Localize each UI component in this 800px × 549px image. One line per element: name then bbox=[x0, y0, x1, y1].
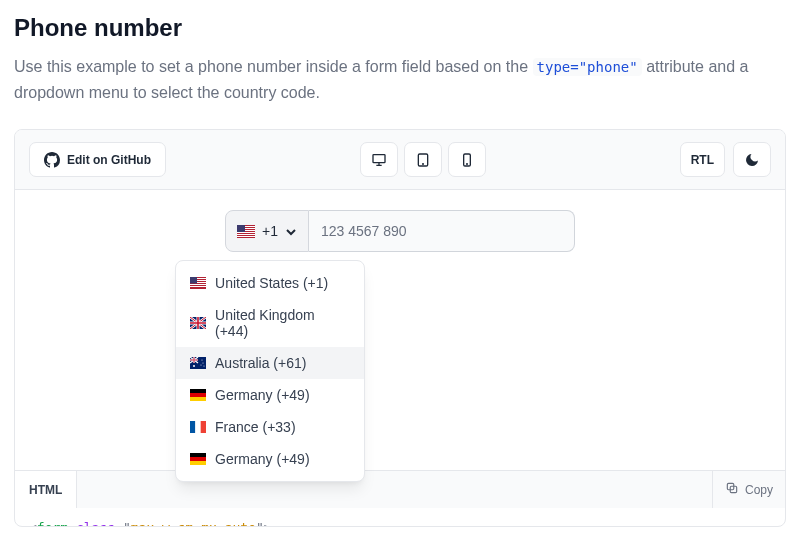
preview-area: +1 United States (+1) United Kin bbox=[15, 190, 785, 470]
example-panel: Edit on GitHub RTL bbox=[14, 129, 786, 527]
desc-prefix: Use this example to set a phone number i… bbox=[14, 58, 533, 75]
phone-input-group: +1 United States (+1) United Kin bbox=[225, 210, 575, 430]
phone-input[interactable] bbox=[309, 210, 575, 252]
code-tab-html[interactable]: HTML bbox=[15, 471, 77, 508]
svg-rect-31 bbox=[190, 421, 195, 433]
desktop-icon bbox=[371, 152, 387, 168]
country-option-au[interactable]: Australia (+61) bbox=[176, 347, 364, 379]
svg-rect-28 bbox=[190, 389, 206, 393]
tablet-viewport-button[interactable] bbox=[404, 142, 442, 177]
mobile-icon bbox=[459, 152, 475, 168]
svg-rect-12 bbox=[237, 225, 245, 232]
code-bar: HTML Copy bbox=[15, 470, 785, 508]
copy-label: Copy bbox=[745, 483, 773, 497]
svg-rect-32 bbox=[195, 421, 200, 433]
country-option-gb[interactable]: United Kingdom (+44) bbox=[176, 299, 364, 347]
svg-rect-10 bbox=[237, 234, 255, 235]
svg-rect-18 bbox=[190, 286, 206, 287]
flag-icon-gb bbox=[190, 317, 206, 329]
svg-rect-11 bbox=[237, 236, 255, 237]
rtl-label: RTL bbox=[691, 153, 714, 167]
svg-point-25 bbox=[203, 363, 204, 364]
country-option-de-2[interactable]: Germany (+49) bbox=[176, 443, 364, 475]
svg-rect-35 bbox=[190, 457, 206, 461]
flag-icon-us bbox=[190, 277, 206, 289]
svg-rect-36 bbox=[190, 461, 206, 465]
country-label: Australia (+61) bbox=[215, 355, 306, 371]
desktop-viewport-button[interactable] bbox=[360, 142, 398, 177]
svg-rect-0 bbox=[373, 154, 385, 162]
svg-point-24 bbox=[202, 360, 203, 361]
moon-icon bbox=[744, 152, 760, 168]
country-code-button[interactable]: +1 bbox=[225, 210, 309, 252]
svg-rect-30 bbox=[190, 397, 206, 401]
svg-rect-19 bbox=[190, 277, 197, 284]
copy-button[interactable]: Copy bbox=[712, 471, 785, 508]
code-preview: <form class="max-w-sm mx-auto"> bbox=[15, 508, 785, 526]
svg-point-27 bbox=[204, 366, 205, 367]
country-dropdown: United States (+1) United Kingdom (+44) … bbox=[175, 260, 365, 482]
flag-icon-us bbox=[237, 225, 255, 238]
svg-point-2 bbox=[422, 163, 423, 164]
country-label: France (+33) bbox=[215, 419, 296, 435]
country-option-us[interactable]: United States (+1) bbox=[176, 267, 364, 299]
svg-point-26 bbox=[201, 365, 202, 366]
country-label: Germany (+49) bbox=[215, 387, 310, 403]
github-label: Edit on GitHub bbox=[67, 153, 151, 167]
copy-icon bbox=[725, 481, 739, 498]
svg-rect-33 bbox=[201, 421, 206, 433]
country-label: United States (+1) bbox=[215, 275, 328, 291]
selected-code: +1 bbox=[262, 223, 278, 239]
flag-icon-fr bbox=[190, 421, 206, 433]
chevron-down-icon bbox=[285, 225, 297, 237]
svg-point-23 bbox=[193, 365, 195, 367]
viewport-group bbox=[360, 142, 486, 177]
svg-rect-9 bbox=[237, 232, 255, 233]
page-title: Phone number bbox=[14, 14, 786, 42]
tablet-icon bbox=[415, 152, 431, 168]
flag-icon-de bbox=[190, 389, 206, 401]
svg-rect-17 bbox=[190, 284, 206, 285]
country-option-de[interactable]: Germany (+49) bbox=[176, 379, 364, 411]
rtl-button[interactable]: RTL bbox=[680, 142, 725, 177]
flag-icon-de bbox=[190, 453, 206, 465]
flag-icon-au bbox=[190, 357, 206, 369]
dark-mode-button[interactable] bbox=[733, 142, 771, 177]
svg-rect-34 bbox=[190, 453, 206, 457]
edit-on-github-button[interactable]: Edit on GitHub bbox=[29, 142, 166, 177]
country-label: United Kingdom (+44) bbox=[215, 307, 350, 339]
github-icon bbox=[44, 152, 60, 168]
country-option-fr[interactable]: France (+33) bbox=[176, 411, 364, 443]
desc-code: type="phone" bbox=[533, 58, 642, 76]
toolbar: Edit on GitHub RTL bbox=[15, 130, 785, 190]
description: Use this example to set a phone number i… bbox=[14, 54, 786, 105]
svg-point-4 bbox=[466, 163, 467, 164]
mobile-viewport-button[interactable] bbox=[448, 142, 486, 177]
svg-rect-29 bbox=[190, 393, 206, 397]
country-label: Germany (+49) bbox=[215, 451, 310, 467]
